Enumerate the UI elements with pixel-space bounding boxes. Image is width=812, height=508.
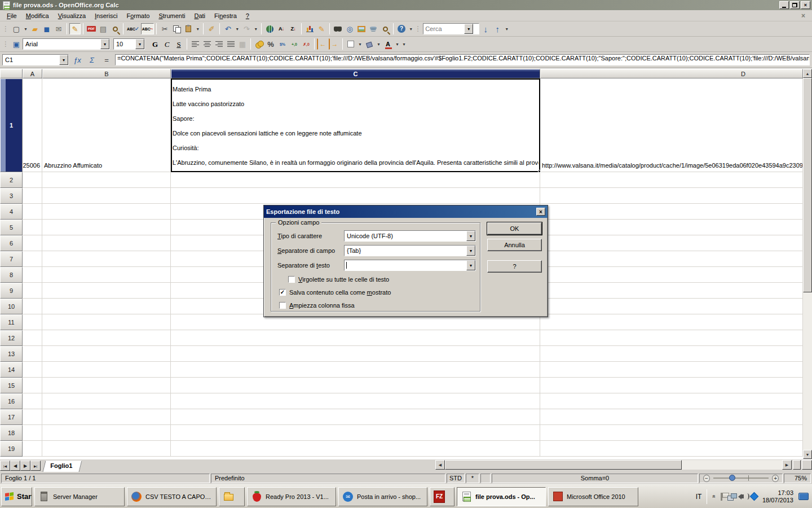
cell-B7[interactable] bbox=[42, 251, 171, 267]
toolbar-overflow[interactable]: ▾ bbox=[408, 23, 414, 34]
sum-icon[interactable]: Σ bbox=[86, 54, 98, 65]
network-icon[interactable] bbox=[727, 493, 736, 500]
cell-A11[interactable] bbox=[23, 314, 42, 330]
taskbar-button-calc[interactable]: file prova.ods - Op... bbox=[457, 487, 546, 506]
function-wizard-icon[interactable]: ƒx bbox=[71, 54, 83, 65]
undo-dropdown[interactable]: ▾ bbox=[234, 23, 240, 34]
page-preview-icon[interactable] bbox=[109, 23, 121, 34]
menu-formato[interactable]: Formato bbox=[122, 11, 154, 21]
find-toolbar-grip[interactable]: ⋮ bbox=[414, 25, 420, 33]
tray-chevron-icon[interactable]: » bbox=[711, 495, 717, 498]
delete-decimal-icon[interactable]: ✗,0 bbox=[301, 38, 312, 50]
cell-A12[interactable] bbox=[23, 330, 42, 346]
borders-icon[interactable] bbox=[345, 38, 356, 50]
row-header-15[interactable]: 15 bbox=[0, 378, 23, 393]
font-name-dropdown[interactable]: ▾ bbox=[100, 39, 109, 49]
font-color-icon[interactable]: A bbox=[382, 38, 394, 50]
row-header-18[interactable]: 18 bbox=[0, 425, 23, 441]
menu-help[interactable]: ? bbox=[241, 11, 254, 21]
cell-D1[interactable]: http://www.valsana.it/media/catalog/prod… bbox=[540, 78, 803, 172]
font-color-dropdown[interactable]: ▾ bbox=[394, 38, 400, 50]
open-icon[interactable]: ▰ bbox=[29, 23, 41, 34]
cell-C13[interactable] bbox=[171, 346, 540, 362]
horizontal-scroll-thumb[interactable] bbox=[445, 460, 682, 470]
cell-B4[interactable] bbox=[42, 204, 171, 220]
window-split-handle[interactable] bbox=[793, 460, 801, 470]
taskbar-button-strawberry[interactable]: Ready Pro 2013 - V1... bbox=[247, 487, 336, 506]
checkbox-box[interactable] bbox=[288, 276, 295, 283]
cell-A17[interactable] bbox=[23, 409, 42, 425]
align-center-icon[interactable] bbox=[201, 38, 213, 50]
toolbar-overflow[interactable]: ▾ bbox=[401, 38, 407, 50]
cell-D6[interactable] bbox=[540, 235, 803, 251]
redo-dropdown[interactable]: ▾ bbox=[253, 23, 259, 34]
row-header-3[interactable]: 3 bbox=[0, 188, 23, 204]
row-header-17[interactable]: 17 bbox=[0, 409, 23, 425]
borders-dropdown[interactable]: ▾ bbox=[357, 38, 363, 50]
taskbar-button-thunderbird[interactable]: ✉Posta in arrivo - shop... bbox=[338, 487, 427, 506]
quote-all-text-checkbox[interactable]: Virgolette su tutte le celle di testo bbox=[288, 276, 389, 283]
cell-A15[interactable] bbox=[23, 378, 42, 393]
help-icon[interactable]: ? bbox=[396, 23, 407, 34]
menu-strumenti[interactable]: Strumenti bbox=[154, 11, 189, 21]
dialog-close-icon[interactable]: × bbox=[536, 208, 545, 216]
row-header-7[interactable]: 7 bbox=[0, 251, 23, 267]
row-header-1[interactable]: 1 bbox=[0, 78, 23, 172]
cut-icon[interactable]: ✂ bbox=[159, 23, 170, 34]
row-header-5[interactable]: 5 bbox=[0, 220, 23, 235]
find-next-icon[interactable]: ↓ bbox=[480, 23, 491, 34]
show-desktop-icon[interactable] bbox=[798, 493, 809, 500]
row-header-13[interactable]: 13 bbox=[0, 346, 23, 362]
percent-format-icon[interactable]: % bbox=[265, 38, 276, 50]
language-indicator[interactable]: IT bbox=[696, 493, 702, 501]
sum-indicator[interactable]: Somma=0 bbox=[492, 474, 698, 483]
cell-D19[interactable] bbox=[540, 441, 803, 457]
function-icon[interactable]: = bbox=[100, 54, 113, 65]
save-as-shown-checkbox[interactable]: ✓ Salva contenuto cella come mostrato bbox=[279, 289, 391, 296]
row-header-19[interactable]: 19 bbox=[0, 441, 23, 457]
gallery-icon[interactable] bbox=[356, 23, 367, 34]
row-header-4[interactable]: 4 bbox=[0, 204, 23, 220]
scroll-right-icon[interactable]: ▶ bbox=[782, 460, 792, 470]
horizontal-scrollbar[interactable]: ◀ ▶ bbox=[435, 460, 792, 470]
zoom-out-icon[interactable]: − bbox=[703, 475, 710, 482]
sheet-tab-foglio1[interactable]: Foglio1 bbox=[43, 461, 82, 472]
minimize-button[interactable] bbox=[779, 1, 789, 9]
email-icon[interactable]: ✉ bbox=[53, 23, 64, 34]
cell-D12[interactable] bbox=[540, 330, 803, 346]
insert-chart-icon[interactable] bbox=[304, 23, 315, 34]
find-previous-icon[interactable]: ↑ bbox=[492, 23, 503, 34]
cell-D14[interactable] bbox=[540, 362, 803, 378]
italic-icon[interactable]: C bbox=[161, 38, 173, 50]
column-header-B[interactable]: B bbox=[42, 69, 171, 78]
cell-A2[interactable] bbox=[23, 172, 42, 188]
cell-A3[interactable] bbox=[23, 188, 42, 204]
zoom-percentage[interactable]: 75% bbox=[784, 474, 811, 483]
column-header-C[interactable]: C bbox=[171, 69, 540, 78]
cell-C12[interactable] bbox=[171, 330, 540, 346]
add-decimal-icon[interactable]: +,0 bbox=[289, 38, 300, 50]
sort-ascending-icon[interactable]: A↓ bbox=[276, 23, 287, 34]
page-style-indicator[interactable]: Predefinito bbox=[211, 474, 445, 483]
vertical-scroll-thumb[interactable] bbox=[803, 78, 812, 292]
cell-B11[interactable] bbox=[42, 314, 171, 330]
start-button[interactable]: Start bbox=[1, 487, 32, 506]
cell-B8[interactable] bbox=[42, 267, 171, 283]
ok-button[interactable]: OK bbox=[487, 222, 542, 235]
row-header-12[interactable]: 12 bbox=[0, 330, 23, 346]
row-header-10[interactable]: 10 bbox=[0, 299, 23, 314]
new-document-icon[interactable]: ▢ bbox=[11, 23, 22, 34]
text-separator-dropdown[interactable]: ▾ bbox=[466, 260, 475, 270]
document-close-icon[interactable]: × bbox=[797, 12, 810, 20]
cell-A6[interactable] bbox=[23, 235, 42, 251]
restore-button[interactable] bbox=[790, 1, 800, 9]
cell-B16[interactable] bbox=[42, 393, 171, 409]
menu-finestra[interactable]: Finestra bbox=[210, 11, 241, 21]
zoom-icon[interactable] bbox=[379, 23, 391, 34]
cell-B18[interactable] bbox=[42, 425, 171, 441]
underline-icon[interactable]: S bbox=[173, 38, 184, 50]
navigator-icon[interactable]: ◎ bbox=[344, 23, 355, 34]
format-paintbrush-icon[interactable]: ✐ bbox=[206, 23, 217, 34]
row-header-8[interactable]: 8 bbox=[0, 267, 23, 283]
selection-mode-indicator[interactable]: STD bbox=[447, 474, 465, 483]
